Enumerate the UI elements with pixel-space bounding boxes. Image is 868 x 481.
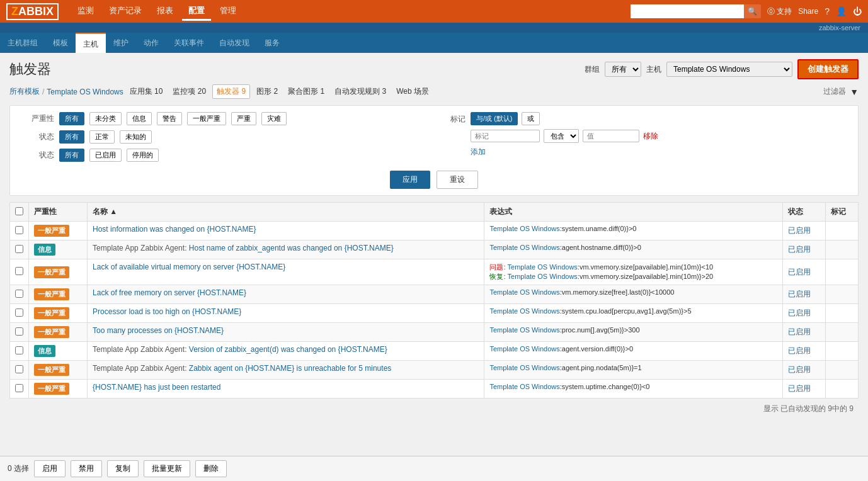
tag-label: 标记	[447, 112, 465, 125]
row-checkbox[interactable]	[15, 267, 23, 275]
row-checkbox[interactable]	[15, 245, 23, 253]
trigger-name[interactable]: Processor load is too high on {HOST.NAME…	[88, 304, 484, 323]
tag-or[interactable]: 或	[522, 112, 540, 125]
copy-button[interactable]: 复制	[107, 460, 139, 465]
row-checkbox[interactable]	[15, 290, 23, 298]
severity-disaster[interactable]: 灾难	[261, 112, 287, 125]
tag-and-or[interactable]: 与/或 (默认)	[471, 112, 518, 125]
host-select[interactable]: Template OS Windows	[666, 62, 792, 77]
trigger-expression: Template OS Windows:system.uname.diff(0)…	[484, 222, 783, 241]
tab-web[interactable]: Web 场景	[392, 85, 433, 98]
search-icon[interactable]: 🔍	[744, 7, 761, 16]
enable-button[interactable]: 启用	[34, 460, 66, 465]
trigger-name[interactable]: Template App Zabbix Agent: Version of za…	[88, 342, 484, 361]
tab-triggers[interactable]: 触发器 9	[212, 84, 250, 99]
table-row: 一般严重 Lack of available virtual memory on…	[10, 259, 859, 285]
subnav-maintenance[interactable]: 维护	[106, 33, 136, 53]
col-name[interactable]: 名称 ▲	[88, 203, 484, 222]
severity-average[interactable]: 一般严重	[187, 112, 226, 125]
disable-button[interactable]: 禁用	[71, 460, 102, 465]
status-all[interactable]: 所有	[59, 149, 84, 162]
user-icon[interactable]: 👤	[836, 6, 847, 16]
state-normal[interactable]: 正常	[89, 130, 115, 144]
severity-high[interactable]: 严重	[231, 112, 256, 125]
share-link[interactable]: Share	[798, 7, 818, 16]
trigger-name[interactable]: Lack of free memory on server {HOST.NAME…	[88, 285, 484, 304]
trigger-status[interactable]: 已启用	[783, 323, 826, 342]
trigger-name[interactable]: Lack of available virtual memory on serv…	[88, 259, 484, 285]
table-row: 一般严重 Template App Zabbix Agent: Zabbix a…	[10, 361, 859, 380]
severity-unclassified[interactable]: 未分类	[89, 112, 122, 125]
trigger-name[interactable]: {HOST.NAME} has just been restarted	[88, 380, 484, 399]
tab-applications[interactable]: 应用集 10	[126, 85, 167, 98]
nav-item-reports[interactable]: 报表	[151, 3, 180, 21]
row-checkbox[interactable]	[15, 384, 23, 392]
logo[interactable]: ZABBIX	[6, 3, 59, 20]
nav-item-assets[interactable]: 资产记录	[103, 3, 148, 21]
severity-badge: 一般严重	[34, 288, 69, 300]
tab-items[interactable]: 监控项 20	[169, 85, 210, 98]
breadcrumb-all-templates[interactable]: 所有模板	[9, 86, 40, 97]
subnav-actions[interactable]: 动作	[136, 33, 166, 53]
row-checkbox[interactable]	[15, 346, 23, 354]
tag-remove-button[interactable]: 移除	[643, 131, 658, 142]
subnav-templates[interactable]: 模板	[45, 33, 76, 53]
trigger-status[interactable]: 已启用	[783, 304, 826, 323]
severity-info[interactable]: 信息	[127, 112, 152, 125]
trigger-status[interactable]: 已启用	[783, 285, 826, 304]
trigger-status[interactable]: 已启用	[783, 380, 826, 399]
subnav-hosts[interactable]: 主机	[76, 33, 106, 53]
row-checkbox[interactable]	[15, 226, 23, 234]
trigger-status[interactable]: 已启用	[783, 361, 826, 380]
nav-item-monitor[interactable]: 监测	[71, 3, 100, 21]
delete-button[interactable]: 删除	[195, 460, 227, 465]
trigger-tag	[825, 323, 858, 342]
search-input[interactable]	[631, 4, 744, 18]
severity-all[interactable]: 所有	[59, 112, 84, 125]
trigger-name[interactable]: Host information was changed on {HOST.NA…	[88, 222, 484, 241]
nav-item-admin[interactable]: 管理	[214, 3, 243, 21]
nav-item-config[interactable]: 配置	[182, 3, 211, 21]
subnav-services[interactable]: 服务	[257, 33, 287, 53]
trigger-status[interactable]: 已启用	[783, 259, 826, 285]
table-row: 一般严重 Lack of free memory on server {HOST…	[10, 285, 859, 304]
row-checkbox[interactable]	[15, 327, 23, 336]
trigger-name[interactable]: Template App Zabbix Agent: Host name of …	[88, 241, 484, 259]
select-all-checkbox[interactable]	[15, 207, 23, 215]
apply-button[interactable]: 应用	[390, 171, 430, 189]
row-checkbox[interactable]	[15, 365, 23, 373]
col-status: 状态	[783, 203, 826, 222]
tab-screens[interactable]: 聚合图形 1	[284, 85, 328, 98]
support-link[interactable]: ⓪ 支持	[767, 6, 792, 17]
batch-update-button[interactable]: 批量更新	[144, 460, 190, 465]
trigger-name[interactable]: Template App Zabbix Agent: Zabbix agent …	[88, 361, 484, 380]
trigger-expression: Template OS Windows:agent.ping.nodata(5m…	[484, 361, 783, 380]
status-disabled[interactable]: 停用的	[127, 149, 159, 162]
subnav-correlate[interactable]: 关联事件	[166, 33, 212, 53]
trigger-name[interactable]: Too many processes on {HOST.NAME}	[88, 323, 484, 342]
tab-discovery[interactable]: 自动发现规则 3	[331, 85, 390, 98]
subnav-discovery[interactable]: 自动发现	[212, 33, 257, 53]
severity-badge: 信息	[34, 345, 55, 357]
logout-icon[interactable]: ⏻	[853, 6, 862, 16]
trigger-status[interactable]: 已启用	[783, 342, 826, 361]
row-checkbox[interactable]	[15, 308, 23, 317]
help-icon[interactable]: ?	[825, 6, 830, 16]
subnav-hostgroups[interactable]: 主机群组	[0, 33, 45, 53]
severity-warning[interactable]: 警告	[157, 112, 182, 125]
status-enabled[interactable]: 已启用	[89, 149, 122, 162]
reset-button[interactable]: 重设	[437, 171, 478, 189]
filter-icon[interactable]: ▼	[850, 87, 859, 97]
trigger-status[interactable]: 已启用	[783, 222, 826, 241]
tag-input[interactable]	[471, 130, 540, 142]
create-trigger-button[interactable]: 创建触发器	[797, 59, 859, 79]
group-select[interactable]: 所有	[605, 62, 641, 77]
breadcrumb-template-os[interactable]: Template OS Windows	[47, 88, 123, 96]
tab-graphs[interactable]: 图形 2	[253, 85, 282, 98]
state-all[interactable]: 所有	[59, 130, 84, 144]
trigger-status[interactable]: 已启用	[783, 241, 826, 259]
add-tag-link[interactable]: 添加	[471, 147, 658, 157]
state-unknown[interactable]: 未知的	[120, 130, 152, 144]
tag-value-input[interactable]	[583, 130, 639, 142]
tag-condition-select[interactable]: 包含 等于	[544, 129, 579, 143]
